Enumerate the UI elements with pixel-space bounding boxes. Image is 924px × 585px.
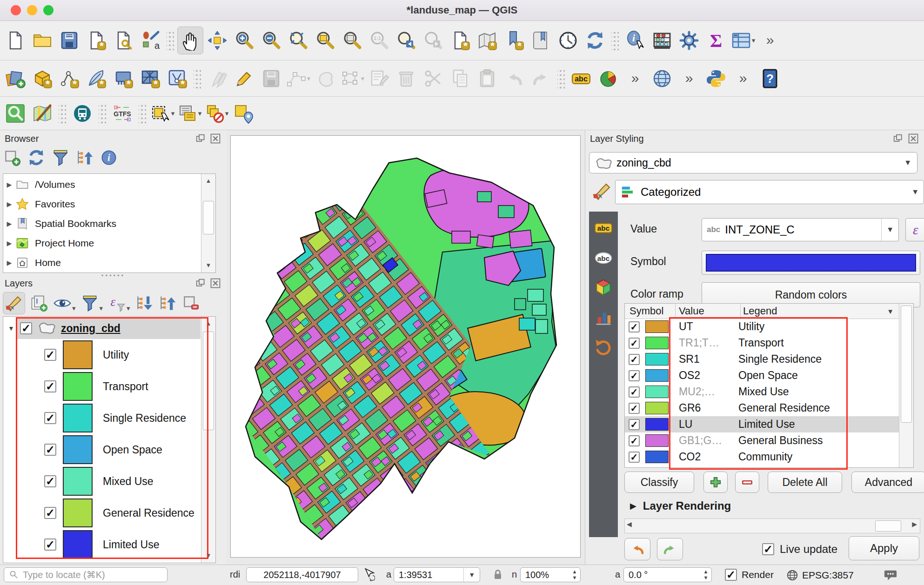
category-value[interactable]: MU2;… [679,386,738,398]
expand-all-button[interactable] [135,294,154,312]
browser-item-project-home[interactable]: ▶Project Home [3,233,201,253]
categories-scrollbar[interactable] [899,304,913,467]
open-project-button[interactable] [29,27,55,54]
label-overflow-button[interactable]: » [622,65,648,93]
legend-checkbox[interactable]: ✓ [44,538,56,551]
collapse-all-button[interactable] [158,294,177,312]
zoom-out-button[interactable] [258,27,284,54]
render-control[interactable]: ✓ Render [725,569,774,581]
options-button[interactable] [676,27,702,54]
category-color-swatch[interactable] [645,451,669,463]
expand-chevron-icon[interactable]: ▶ [3,259,15,266]
identify-features-button[interactable]: i [622,27,648,54]
value-field-combo[interactable]: abc INT_ZONE_C ▼ [702,218,899,241]
scale-combo[interactable]: 1:39531 ▼ [394,567,480,582]
chevron-down-icon[interactable]: ▾ [361,74,365,83]
category-color-swatch[interactable] [645,320,669,333]
chevron-down-icon[interactable]: ▾ [752,36,756,45]
legend-checkbox[interactable]: ✓ [44,380,56,392]
category-row-gb1-g-[interactable]: ✓GB1;G…General Business [625,432,899,449]
new-print-layout-button[interactable]: * [83,27,109,54]
chevron-down-icon[interactable]: ▾ [72,304,76,312]
styling-float-button[interactable] [892,133,904,145]
filter-by-expression-button[interactable]: ε▾ [107,294,130,312]
new-raster-layer-button[interactable]: * [137,65,163,93]
browser-scrollbar[interactable]: ▲ ▼ [201,174,215,273]
style-manager-button[interactable]: a [137,27,163,54]
add-group-button[interactable] [30,294,48,312]
browser-item--volumes[interactable]: ▶/Volumes [3,175,201,194]
category-value[interactable]: LU [679,418,738,431]
add-category-button[interactable] [703,472,728,493]
browser-close-button[interactable] [209,133,221,145]
category-checkbox[interactable]: ✓ [629,435,640,446]
symbology-tab-icon[interactable] [592,181,612,203]
category-row-gr6[interactable]: ✓GR6General Residence [625,400,899,416]
lock-scale-icon[interactable] [491,568,504,583]
expand-chevron-icon[interactable]: ▶ [3,200,15,208]
legend-color-swatch[interactable] [63,404,93,432]
browser-item-home[interactable]: ▶Home [3,253,201,273]
python-console-button[interactable] [703,65,729,93]
locate-search-input[interactable]: Type to locate (⌘K) [4,567,167,582]
category-checkbox[interactable]: ✓ [629,321,640,332]
category-value[interactable]: SR1 [679,353,738,366]
category-color-swatch[interactable] [645,386,669,398]
category-color-swatch[interactable] [645,369,669,382]
classify-button[interactable]: Classify [624,472,694,493]
toolbar-overflow-button[interactable]: » [757,27,783,54]
chevron-down-icon[interactable]: ▾ [198,109,202,118]
header-value[interactable]: Value [679,305,704,317]
category-row-os2[interactable]: ✓OS2Open Space [625,367,899,384]
legend-color-swatch[interactable] [63,372,93,401]
add-vector-layer-button[interactable]: * [56,65,82,93]
remove-layer-button[interactable] [181,294,200,312]
legend-color-swatch[interactable] [63,340,93,369]
legend-item-general-residence[interactable]: ✓General Residence [3,497,201,529]
category-legend[interactable]: General Business [738,434,823,447]
browser-item-spatial-bookmarks[interactable]: ▶Spatial Bookmarks [3,214,201,233]
manage-map-themes-button[interactable]: ▾ [53,294,76,312]
expand-chevron-icon[interactable]: ▶ [3,181,15,188]
renderer-selector[interactable]: Categorized ▼ [615,180,924,204]
category-color-swatch[interactable] [645,434,669,447]
legend-color-swatch[interactable] [63,499,93,527]
category-row-mu2-[interactable]: ✓MU2;…Mixed Use [625,384,899,400]
layers-float-button[interactable] [194,277,207,289]
category-row-lu[interactable]: ✓LULimited Use [625,416,899,432]
category-checkbox[interactable]: ✓ [629,403,640,414]
symbol-button[interactable] [702,251,920,275]
filter-legend-button[interactable]: ▾ [80,294,103,312]
browser-item-favorites[interactable]: ▶Favorites [3,194,201,214]
category-checkbox[interactable]: ✓ [629,452,640,463]
new-virtual-layer-button[interactable]: * [164,65,190,93]
value-expression-button[interactable]: ε [905,218,924,241]
browser-collapse-all-button[interactable] [75,148,94,169]
category-checkbox[interactable]: ✓ [629,419,640,430]
select-features-button[interactable]: ▾ [149,100,175,127]
data-source-manager-button[interactable] [2,65,28,93]
legend-checkbox[interactable]: ✓ [44,444,56,456]
browser-float-button[interactable] [194,133,207,145]
layers-close-button[interactable] [209,277,221,289]
zoom-full-button[interactable] [285,27,311,54]
category-checkbox[interactable]: ✓ [629,370,640,381]
styling-hscrollbar[interactable]: ◀ ▶ [624,519,920,533]
legend-item-limited-use[interactable]: ✓Limited Use [3,529,201,560]
category-value[interactable]: GR6 [679,402,738,414]
temporal-controller-button[interactable] [555,27,581,54]
browser-add-layer-button[interactable] [3,148,21,169]
browser-properties-button[interactable]: i [100,148,118,169]
category-value[interactable]: GB1;G… [679,434,738,447]
masks-tab[interactable]: abc [594,248,613,269]
deselect-all-button[interactable]: ▾ [203,100,229,127]
legend-color-swatch[interactable] [63,530,93,559]
statistical-summary-button[interactable] [649,27,675,54]
labels-tab[interactable]: abc [594,218,613,239]
styling-redo-button[interactable] [657,538,683,560]
live-update-checkbox[interactable]: ✓ [762,543,774,555]
zoom-in-button[interactable] [231,27,257,54]
chevron-down-icon[interactable]: ▾ [307,74,311,83]
search-plugin-button[interactable] [2,100,28,127]
category-color-swatch[interactable] [645,418,669,431]
